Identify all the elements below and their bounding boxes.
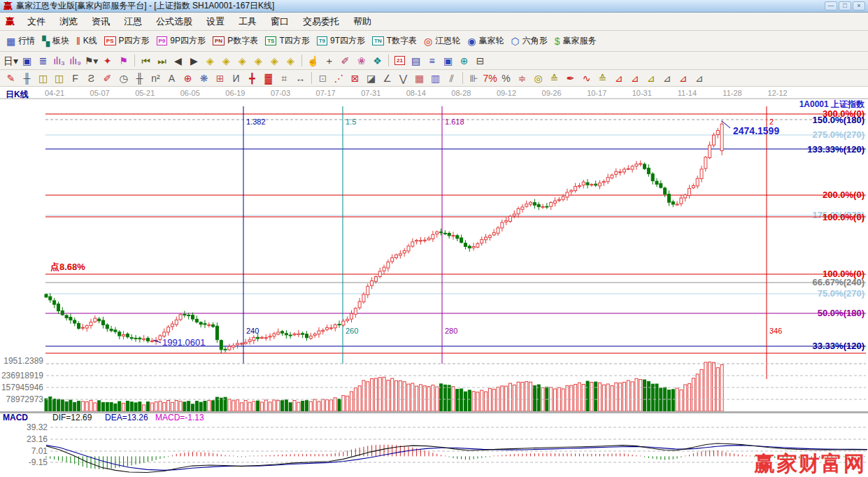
red-grid-tool-icon[interactable]: ▦ — [411, 71, 427, 85]
gold-circle-tool-icon[interactable]: ◎ — [530, 71, 546, 85]
square-n2-tool-icon[interactable]: n² — [148, 71, 164, 85]
quotes-button[interactable]: ▦行情 — [3, 34, 38, 48]
slant-lines-tool-icon[interactable]: ⫽ — [443, 71, 460, 85]
9t-square-button[interactable]: T99T四方形 — [313, 34, 369, 48]
zoom-h-shrink-icon[interactable]: ◈ — [250, 54, 266, 68]
menu-item-file[interactable]: 文件 — [20, 13, 52, 30]
smart-analysis-icon[interactable]: ❖ — [369, 54, 385, 68]
maximize-button[interactable]: □ — [839, 1, 851, 10]
web-grid-tool-icon[interactable]: ⊞ — [212, 71, 228, 85]
gold-angle-tool-icon[interactable]: ⊿ — [643, 71, 659, 85]
god-grid-tool-icon[interactable]: ╋ — [244, 71, 260, 85]
ruler-grid-tool-icon[interactable]: ╫ — [131, 71, 148, 85]
gann-wheel-button[interactable]: ◎江恩轮 — [420, 34, 464, 48]
dense-grid-tool-icon[interactable]: ⌗ — [276, 71, 292, 85]
f-angle-tool-icon[interactable]: ⊿ — [627, 71, 643, 85]
t-square-button[interactable]: TST四方形 — [262, 34, 313, 48]
minimize-button[interactable]: — — [825, 1, 837, 10]
stats-tool-icon[interactable]: ⊪ — [466, 71, 482, 85]
winner-wheel-button[interactable]: ◉赢家轮 — [464, 34, 507, 48]
win-angle-tool-icon[interactable]: ⊿ — [675, 71, 691, 85]
kline-button[interactable]: ‖K线 — [73, 34, 101, 48]
span-tool-icon[interactable]: ↔ — [292, 71, 308, 85]
percent-tool-icon[interactable]: % — [498, 71, 514, 85]
f-grid-tool-icon[interactable]: F — [67, 71, 83, 85]
hexagon-button[interactable]: ⬡六角形 — [508, 34, 551, 48]
pen-tool-icon[interactable]: ✎ — [3, 71, 19, 85]
v-wave-tool-icon[interactable]: ⋁ — [395, 71, 411, 85]
p-square-button[interactable]: PSP四方形 — [101, 34, 153, 48]
shade-box-tool-icon[interactable]: ◪ — [363, 71, 379, 85]
grid-tool-icon[interactable]: ╫ — [19, 71, 35, 85]
pattern-search-icon[interactable]: ✦ — [99, 54, 115, 68]
indicator-9-chart-icon[interactable]: ılı₉ — [67, 54, 83, 68]
crosshair-icon[interactable]: ＋ — [321, 54, 337, 68]
close-button[interactable]: × — [853, 1, 865, 10]
color-flag-chart-icon[interactable]: ⚑ — [115, 54, 131, 68]
drag-hand-icon[interactable]: ☝ — [305, 54, 321, 68]
menu-item-gann[interactable]: 江恩 — [117, 13, 149, 30]
percent-lines-tool-icon[interactable]: ≑ — [514, 71, 530, 85]
multi-window-icon[interactable]: ▣ — [19, 54, 35, 68]
menu-item-help[interactable]: 帮助 — [346, 13, 378, 30]
zoom-in-icon[interactable]: ◈ — [266, 54, 283, 68]
menu-item-browse[interactable]: 浏览 — [52, 13, 85, 30]
gold-line-tool-icon[interactable]: ≙ — [546, 71, 562, 85]
first-page-icon[interactable]: ⏮ — [138, 54, 154, 68]
menu-item-window[interactable]: 窗口 — [264, 13, 296, 30]
menu-item-tools[interactable]: 工具 — [232, 13, 264, 30]
gann-wheel-tool-icon[interactable]: ❋ — [196, 71, 212, 85]
four-angle-tool-icon[interactable]: ⊿ — [691, 71, 707, 85]
brush-tool-icon[interactable]: ✐ — [99, 71, 115, 85]
ink-tool-icon[interactable]: ✒ — [562, 71, 578, 85]
calculator-icon[interactable]: ▤ — [408, 54, 424, 68]
percent-red-tool-icon[interactable]: 7% — [482, 71, 498, 85]
zoom-left-icon[interactable]: ◈ — [202, 54, 218, 68]
sectors-button[interactable]: ▚板块 — [38, 34, 73, 48]
mirror-tool-icon[interactable]: A — [164, 71, 180, 85]
k-turn-tool-icon[interactable]: И — [228, 71, 244, 85]
p-number-table-button[interactable]: PNP数字表 — [209, 34, 262, 48]
t-number-table-button[interactable]: TNT数字表 — [369, 34, 420, 48]
street-angle-tool-icon[interactable]: ⊿ — [659, 71, 675, 85]
j-angle-tool-icon[interactable]: ⊿ — [611, 71, 627, 85]
winner-service-button[interactable]: $赢家服务 — [551, 34, 600, 48]
save-icon[interactable]: ▣ — [440, 54, 456, 68]
zoom-right-icon[interactable]: ◈ — [218, 54, 234, 68]
gann-shape-icon[interactable]: ❀ — [353, 54, 369, 68]
gann-circle-tool-icon[interactable]: ⊕ — [180, 71, 196, 85]
angle-measure-icon[interactable]: ✐ — [337, 54, 353, 68]
9p-square-button[interactable]: P99P四方形 — [153, 34, 209, 48]
zoom-out-icon[interactable]: ◈ — [283, 54, 299, 68]
notepad-icon[interactable]: ≡ — [424, 54, 440, 68]
print-icon[interactable]: ⊟ — [472, 54, 488, 68]
candle-body — [660, 183, 662, 187]
chart-canvas[interactable]: 日K线04-2105-0705-2106-0506-1907-0307-1707… — [0, 87, 868, 477]
time-cycle-tool-icon[interactable]: ◷ — [115, 71, 131, 85]
angle-lines-tool-icon[interactable]: ∠ — [379, 71, 395, 85]
flag-marker-dropdown-icon[interactable]: ⚑▾ — [83, 54, 99, 68]
fan-rays-tool-icon[interactable]: ⋰ — [331, 71, 347, 85]
gold-grid-tool-icon[interactable]: ◫ — [35, 71, 51, 85]
menu-item-trade-entrust[interactable]: 交易委托 — [296, 13, 346, 30]
spiral-tool-icon[interactable]: Ƨ — [83, 71, 99, 85]
page-next-icon[interactable]: ▶ — [186, 54, 202, 68]
win-grid-tool-icon[interactable]: ▓ — [260, 71, 276, 85]
menu-item-news[interactable]: 资讯 — [85, 13, 117, 30]
ray-box-tool-icon[interactable]: ⊠ — [347, 71, 363, 85]
last-page-icon[interactable]: ⏭ — [154, 54, 170, 68]
box-tool-icon[interactable]: ⊡ — [315, 71, 331, 85]
quote-detail-panel-icon[interactable]: ≣ — [35, 54, 51, 68]
gold-channel-tool-icon[interactable]: ≙ — [595, 71, 611, 85]
export-web-icon[interactable]: ⊕ — [456, 54, 472, 68]
blue-grid-tool-icon[interactable]: ▥ — [427, 71, 443, 85]
calendar-icon[interactable]: 21 — [392, 54, 408, 68]
period-selector-dropdown-icon[interactable]: 日▾ — [3, 54, 19, 68]
menu-item-formula-stock-pick[interactable]: 公式选股 — [149, 13, 199, 30]
menu-item-settings[interactable]: 设置 — [199, 13, 232, 30]
page-prev-icon[interactable]: ◀ — [170, 54, 186, 68]
indicator-3-chart-icon[interactable]: ılı₃ — [51, 54, 67, 68]
zoom-h-expand-icon[interactable]: ◈ — [234, 54, 250, 68]
wave-overlay-tool-icon[interactable]: ∿ — [578, 71, 595, 85]
gold-grid2-tool-icon[interactable]: ◫ — [51, 71, 67, 85]
